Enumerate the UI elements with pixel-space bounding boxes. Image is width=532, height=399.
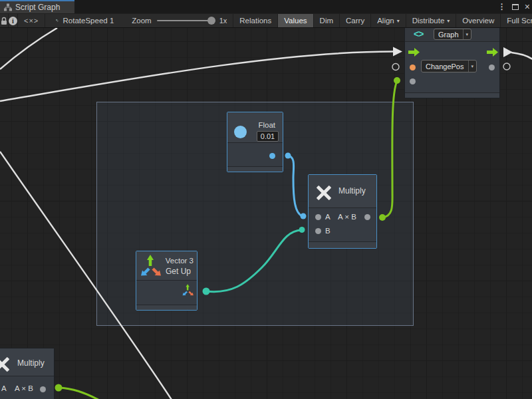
node-graph-unit[interactable]: <> Graph ▾ ChangePos ▾ [404, 28, 500, 98]
lock-icon [0, 17, 8, 25]
toolbar-button-values[interactable]: Values [278, 14, 313, 27]
node-footer [309, 241, 376, 248]
graph-canvas[interactable]: Float 0.01 Multiply A A × B B [0, 28, 532, 399]
multiply2-output-port[interactable] [40, 386, 46, 392]
zoom-control: Zoom 1x [120, 14, 233, 27]
node-title: Float [258, 121, 275, 129]
node-subtitle: Get Up [166, 267, 191, 276]
toolbar-button-align[interactable]: Align ▾ [371, 14, 406, 27]
chevron-down-icon: ▾ [463, 29, 471, 39]
chevron-down-icon: ▾ [397, 18, 400, 24]
code-brackets-icon: <> [414, 29, 423, 39]
node-title: Vector 3 [166, 257, 194, 265]
port-label-b: B [325, 227, 331, 235]
float-value-field[interactable]: 0.01 [257, 131, 279, 142]
changepos-dropdown[interactable]: ChangePos ▾ [421, 60, 477, 72]
port-label-result: A × B [338, 213, 356, 221]
wire-endpoint [394, 77, 400, 84]
chevron-down-icon: ▾ [447, 18, 450, 24]
node-vector3-getup[interactable]: Vector 3 Get Up [136, 251, 198, 311]
float-output-port[interactable] [269, 153, 275, 159]
wire-white-right[interactable] [511, 53, 532, 59]
multiply-input-a-port[interactable] [315, 214, 321, 220]
window-close-icon[interactable]: × [525, 2, 530, 11]
graph-dropdown[interactable]: Graph ▾ [434, 29, 471, 40]
changepos-input-port[interactable] [410, 65, 416, 70]
flow-output-port[interactable] [487, 48, 498, 57]
toolbar-button-carry[interactable]: Carry [340, 14, 371, 27]
wire-arrowhead-in [393, 47, 402, 57]
zoom-slider-handle[interactable] [207, 17, 215, 25]
graph-picker-label: RotateSpeed 1 [63, 17, 114, 25]
zoom-slider[interactable] [157, 20, 214, 21]
node-footer [227, 166, 283, 172]
port-label-a: A [1, 384, 7, 392]
node-footer [405, 92, 499, 98]
graph-asset-icon [56, 16, 59, 25]
lock-button[interactable] [0, 14, 9, 27]
wire-endpoint [55, 384, 63, 392]
toolbar-button-dim[interactable]: Dim [314, 14, 340, 27]
zoom-label: Zoom [132, 17, 151, 25]
code-icon: <×> [24, 17, 39, 25]
port-label-result: A × B [15, 384, 33, 392]
node-multiply-2[interactable]: Multiply A A × B [0, 348, 55, 399]
toolbar-button-fullscreen[interactable]: Full Screen [501, 14, 532, 27]
graph-picker[interactable]: RotateSpeed 1 [45, 14, 120, 27]
toolbar: i <×> RotateSpeed 1 Zoom 1x Relations [0, 13, 532, 28]
info-button[interactable]: i [9, 14, 18, 27]
node-footer [136, 305, 197, 310]
float-type-icon [234, 126, 247, 138]
flow-input-port[interactable] [408, 48, 420, 57]
code-view-button[interactable]: <×> [18, 14, 45, 27]
wire-white-topleft[interactable] [0, 28, 57, 69]
vector3-output-port[interactable] [182, 284, 195, 297]
toolbar-button-distribute[interactable]: Distribute ▾ [406, 14, 457, 27]
multiply-input-b-port[interactable] [315, 228, 321, 234]
script-graph-window: Script Graph ⋮ × i <×> [0, 0, 532, 399]
node-float[interactable]: Float 0.01 [227, 112, 283, 172]
chevron-down-icon: ▾ [468, 61, 477, 72]
vector3-icon [140, 255, 164, 279]
graph-tab-icon [4, 3, 12, 11]
window-maximize-icon[interactable] [512, 4, 519, 10]
node-title: Multiply [338, 186, 366, 196]
wire-arrowhead-out [503, 47, 513, 57]
window-menu-icon[interactable]: ⋮ [498, 2, 506, 11]
multiply-icon [315, 184, 332, 201]
toolbar-button-overview[interactable]: Overview [456, 14, 501, 27]
info-icon: i [9, 17, 17, 25]
multiply-output-port[interactable] [364, 214, 370, 220]
node-title: Multiply [17, 358, 45, 368]
port-label-a: A [325, 213, 331, 221]
title-bar: Script Graph ⋮ × [0, 0, 532, 13]
node-multiply[interactable]: Multiply A A × B B [308, 174, 377, 249]
zoom-value: 1x [219, 17, 227, 25]
tab-title: Script Graph [15, 3, 60, 12]
graph-output-port[interactable] [489, 65, 495, 70]
multiply-icon [0, 355, 11, 373]
wire-white-to-graph-node[interactable] [0, 52, 393, 102]
graph-input-port-2[interactable] [410, 78, 416, 84]
wire-multiply2-out[interactable] [59, 388, 98, 399]
port-circle-left[interactable] [392, 64, 399, 70]
port-circle-right[interactable] [503, 63, 510, 70]
tab-script-graph[interactable]: Script Graph [0, 0, 74, 13]
toolbar-button-relations[interactable]: Relations [233, 14, 278, 27]
